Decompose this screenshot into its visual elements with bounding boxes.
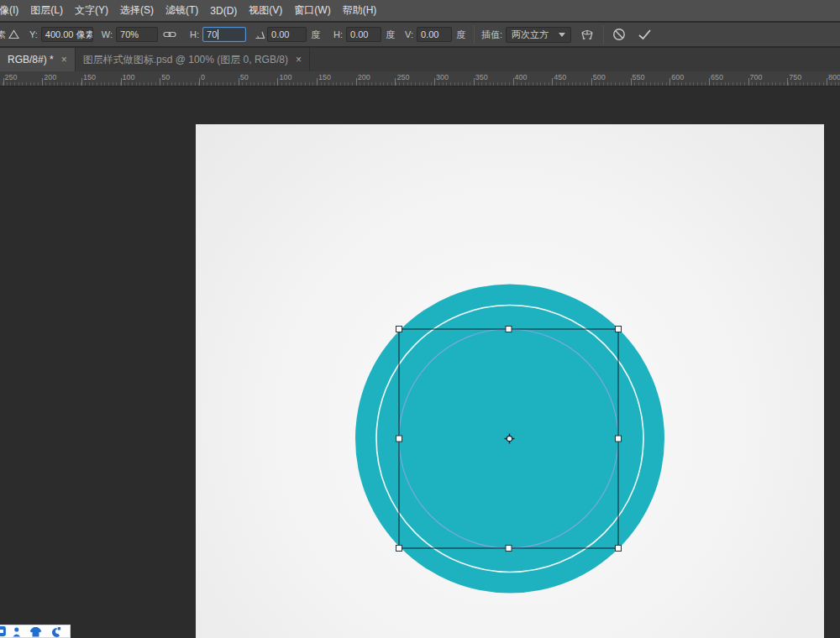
v-skew-unit: 度 [456,29,465,41]
handle-mid-left[interactable] [396,436,402,442]
ruler-label: 0 [201,73,205,81]
ruler-tick [552,78,553,86]
canvas[interactable] [196,124,824,638]
text-caret [218,29,218,39]
document-tab-bar: RGB/8#) * × 图层样式做图标.psd @ 100% (图层 0, RG… [0,48,840,71]
ruler-label: 750 [789,73,801,81]
transform-options-bar: 素 Y: 400.00 像素 W: 70% H: 70 [0,23,840,47]
logo-icon[interactable] [0,626,6,636]
ruler-label: 50 [240,73,249,81]
interpolation-dropdown[interactable]: 两次立方 [506,27,571,43]
ruler-tick [317,78,318,86]
handle-bottom-right[interactable] [616,546,622,552]
warp-mode-toggle-icon[interactable] [580,28,595,41]
handle-bottom-center[interactable] [506,546,512,552]
h-field[interactable]: 70 [202,27,246,42]
ruler-tick [160,78,160,86]
horizontal-ruler[interactable]: 2502001501005005010015020025030035040045… [0,71,840,86]
h-skew-field[interactable]: 0.00 [346,27,381,42]
menu-item-1[interactable]: 图层(L) [24,3,69,18]
ruler-label: 150 [83,73,96,81]
ruler-minor-ticks [0,82,840,86]
h-skew-value: 0.00 [350,29,368,39]
ruler-label: 800 [828,73,840,81]
menu-item-8[interactable]: 帮助(H) [337,3,383,18]
ruler-tick [709,78,710,86]
workspace [0,87,840,638]
ruler-tick [631,78,632,86]
rotate-angle-icon [255,30,265,39]
close-icon[interactable]: × [61,55,67,65]
ruler-tick [199,78,200,86]
ruler-label: 450 [554,73,566,81]
menu-item-2[interactable]: 文字(Y) [69,3,114,18]
cancel-transform-icon[interactable] [612,28,626,41]
link-dimensions-icon[interactable] [163,30,176,39]
ruler-tick [42,78,43,86]
h-field-value: 70 [207,29,217,39]
ruler-label: 100 [279,73,291,81]
y-field-label: Y: [29,29,38,39]
document-tab-1[interactable]: RGB/8#) * × [0,48,76,71]
ruler-tick [395,78,396,86]
menu-bar: 像(I)图层(L)文字(Y)选择(S)滤镜(T)3D(D)视图(V)窗口(W)帮… [0,0,840,22]
ruler-label: 150 [318,73,331,81]
handle-top-right[interactable] [616,327,622,332]
canvas-artwork [196,124,824,638]
relative-position-icon[interactable] [8,29,19,39]
menu-item-7[interactable]: 窗口(W) [288,3,336,18]
angle-field[interactable]: 0.00 [267,27,307,42]
handle-bottom-left[interactable] [396,546,402,552]
tools-icon[interactable] [52,627,60,637]
ruler-label: 100 [123,73,135,81]
ruler-tick [356,78,357,86]
handle-top-center[interactable] [506,327,512,332]
ruler-tick [513,78,514,86]
w-field-value: 70% [120,29,139,39]
handle-mid-right[interactable] [616,436,622,442]
tab-title: 图层样式做图标.psd @ 100% (图层 0, RGB/8) [83,53,288,67]
close-icon[interactable]: × [296,55,302,65]
menu-item-4[interactable]: 滤镜(T) [160,3,204,18]
ruler-label: 50 [161,73,170,81]
ruler-tick [827,78,827,86]
interpolation-label: 插值: [481,29,502,41]
ruler-label: 600 [671,73,684,81]
ruler-tick [81,78,82,86]
ruler-label: 700 [750,73,763,81]
ruler-label: 350 [475,73,488,81]
y-field-value: 400.00 像素 [45,29,93,41]
angle-unit: 度 [311,29,320,41]
ruler-label: 650 [711,73,723,81]
menu-item-0[interactable]: 像(I) [0,3,24,18]
angle-field-value: 0.00 [271,29,289,39]
ruler-tick [434,78,435,86]
user-icon[interactable] [13,627,20,636]
menu-item-5[interactable]: 3D(D) [204,5,243,17]
h-field-label: H: [190,29,199,39]
ruler-tick [787,78,788,86]
ruler-label: 200 [358,73,370,81]
commit-transform-icon[interactable] [638,29,652,40]
ruler-tick [277,78,278,86]
ruler-label: 300 [436,73,449,81]
ruler-tick [239,78,239,86]
ruler-tick [591,78,592,86]
menu-item-3[interactable]: 选择(S) [114,3,160,18]
ruler-label: 400 [515,73,528,81]
ime-toolbar[interactable] [0,625,71,638]
w-field-label: W: [102,29,113,39]
document-tab-2[interactable]: 图层样式做图标.psd @ 100% (图层 0, RGB/8) × [76,48,310,71]
v-skew-field[interactable]: 0.00 [417,27,452,42]
menu-item-6[interactable]: 视图(V) [243,3,288,18]
ruler-label: 250 [5,73,18,81]
ruler-tick [121,78,122,86]
handle-top-left[interactable] [396,327,402,332]
skin-icon[interactable] [30,627,42,636]
v-skew-label: V: [405,29,413,39]
ruler-label: 200 [44,73,56,81]
y-field[interactable]: 400.00 像素 [41,27,93,42]
divider [603,25,604,44]
ruler-tick [669,78,670,86]
w-field[interactable]: 70% [116,27,158,42]
